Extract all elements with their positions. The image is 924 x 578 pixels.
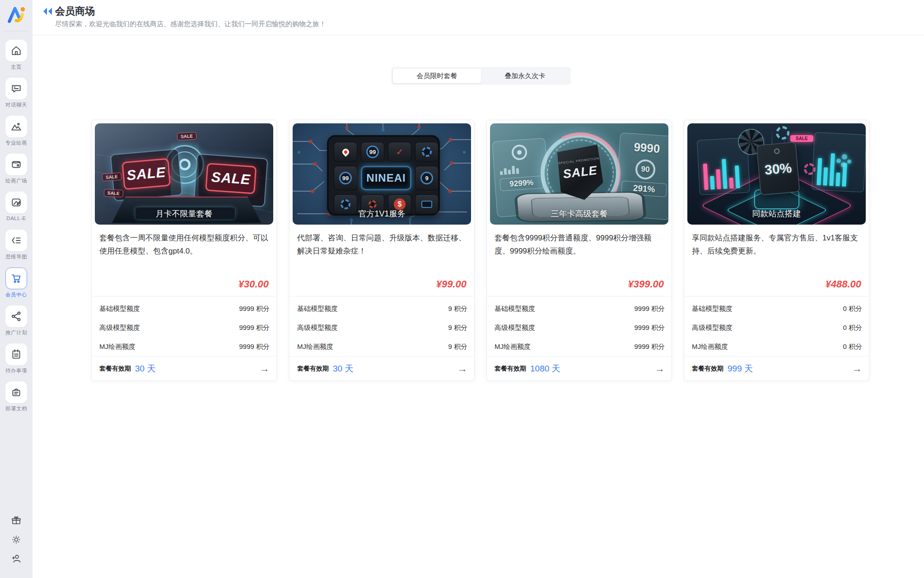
- sidebar-item-label: 会员中心: [0, 291, 33, 298]
- plan-quota-list: 基础模型额度9999 积分 高级模型额度9999 积分 MJ绘画额度9999 积…: [99, 299, 270, 356]
- quota-row: 高级模型额度9999 积分: [495, 318, 665, 337]
- sale-tag: SALE: [102, 173, 121, 182]
- sidebar-item-label: 对话聊天: [0, 102, 33, 108]
- divider: [289, 296, 474, 296]
- plan-card-image: 99 ✓ 99 NINEAI 9 $ 官方1V1服务: [293, 123, 471, 225]
- quota-value: 9 积分: [448, 343, 467, 351]
- quota-row: 基础模型额度9 积分: [297, 299, 467, 318]
- quota-row: MJ绘画额度9999 积分: [495, 337, 665, 356]
- quota-row: 基础模型额度9999 积分: [99, 299, 270, 318]
- gear-icon: [804, 163, 816, 175]
- quota-row: MJ绘画额度9 积分: [297, 337, 467, 356]
- plan-price: ¥30.00: [238, 278, 269, 290]
- quota-row: 基础模型额度9999 积分: [495, 299, 665, 318]
- quota-label: 高级模型额度: [99, 324, 140, 332]
- validity-value: 1080 天: [530, 363, 560, 375]
- validity-label: 套餐有效期: [692, 365, 723, 373]
- gear-icon: [369, 200, 377, 208]
- tab-limited-plans[interactable]: 会员限时套餐: [393, 69, 481, 83]
- plan-price: ¥399.00: [628, 278, 664, 290]
- plan-card-image: SALE 30% 同款站点搭建: [687, 123, 866, 225]
- tab-permanent-cards[interactable]: 叠加永久次卡: [481, 69, 569, 83]
- plan-description: 套餐包含9999积分普通额度、9999积分增强额度、9999积分绘画额度。: [495, 232, 665, 258]
- quota-value: 0 积分: [843, 324, 862, 332]
- quota-label: MJ绘画额度: [692, 343, 728, 351]
- plan-footer: 套餐有效期 999 天 →: [692, 357, 862, 381]
- quota-value: 9999 积分: [634, 324, 665, 332]
- buy-arrow-icon[interactable]: →: [852, 364, 862, 374]
- gift-icon[interactable]: [11, 515, 22, 526]
- deploy-doc-icon: [10, 386, 22, 398]
- divider: [487, 296, 672, 296]
- sale-chip: SALE: [790, 135, 813, 142]
- plan-quota-list: 基础模型额度0 积分 高级模型额度0 积分 MJ绘画额度0 积分: [692, 299, 862, 356]
- sidebar-item-dalle[interactable]: DALL-E: [0, 192, 33, 221]
- plan-card-monthly-unlimited[interactable]: SALE SALE SALE SALE SALE 月卡不限量套餐 套餐包含一周不…: [91, 120, 277, 381]
- plan-card-site-build[interactable]: SALE 30% 同款站点搭建 享同款站点搭建服务、专属官方售后、1v1客服支持…: [684, 120, 869, 381]
- discount-tag: 30%: [756, 141, 800, 195]
- sidebar-item-label: 专业绘画: [0, 140, 33, 146]
- buy-arrow-icon[interactable]: →: [655, 364, 665, 374]
- validity-label: 套餐有效期: [297, 365, 329, 373]
- sale-sign: SALE: [121, 158, 171, 190]
- plan-card-three-year[interactable]: 9299% 9990 90 291% SPECIAL PROMOTION SAL…: [486, 120, 672, 381]
- quota-row: 高级模型额度9999 积分: [99, 318, 270, 337]
- quota-label: 基础模型额度: [99, 305, 140, 313]
- gear-icon: [341, 199, 350, 209]
- quota-label: 基础模型额度: [297, 305, 338, 313]
- badge-sale-text: SALE: [562, 163, 598, 181]
- pin-icon: [341, 147, 350, 156]
- quota-value: 9999 积分: [634, 305, 665, 313]
- sidebar-item-pro-drawing[interactable]: 专业绘画: [0, 116, 33, 146]
- sidebar-item-label: 待办事项: [0, 367, 33, 374]
- plan-price: ¥488.00: [825, 278, 861, 290]
- quota-value: 0 积分: [843, 343, 862, 351]
- quota-value: 9 积分: [448, 324, 467, 332]
- theme-icon[interactable]: [11, 534, 22, 545]
- divider: [92, 296, 276, 296]
- plan-quota-list: 基础模型额度9999 积分 高级模型额度9999 积分 MJ绘画额度9999 积…: [495, 299, 665, 356]
- page-header: 会员商场 尽情探索，欢迎光临我们的在线商店、感谢您选择我们、让我们一同开启愉悦的…: [33, 0, 924, 35]
- plan-card-official-1v1[interactable]: 99 ✓ 99 NINEAI 9 $ 官方1V1服务 代部署、咨询、日常问题、升…: [289, 120, 475, 381]
- chat-icon: [10, 83, 22, 94]
- quota-value: 9 积分: [448, 305, 467, 313]
- gear-icon: [776, 126, 789, 140]
- quota-label: 基础模型额度: [692, 305, 733, 313]
- validity-label: 套餐有效期: [99, 365, 131, 373]
- quota-row: 高级模型额度0 积分: [692, 318, 862, 337]
- plan-card-image: SALE SALE SALE SALE SALE 月卡不限量套餐: [95, 123, 273, 225]
- sidebar-item-member-center[interactable]: 会员中心: [0, 268, 33, 298]
- sidebar-item-label: 部署文档: [0, 405, 33, 412]
- divider: [684, 296, 869, 296]
- sidebar-item-chat[interactable]: 对话聊天: [0, 78, 33, 108]
- app-logo[interactable]: [6, 4, 27, 25]
- sidebar-item-todo[interactable]: 待办事项: [0, 343, 33, 374]
- quota-value: 9999 积分: [634, 343, 665, 351]
- sidebar-item-home[interactable]: 主页: [0, 40, 33, 70]
- plan-description: 代部署、咨询、日常问题、升级版本、数据迁移、解决日常疑难杂症！: [297, 232, 467, 258]
- sidebar-item-promotion[interactable]: 推广计划: [0, 305, 33, 336]
- key-99: 99: [339, 172, 352, 184]
- buy-arrow-icon[interactable]: →: [457, 364, 467, 374]
- sidebar-item-drawing-plaza[interactable]: 绘画广场: [0, 154, 33, 184]
- collapse-sidebar-icon[interactable]: [42, 7, 53, 16]
- sidebar-item-deploy-docs[interactable]: 部署文档: [0, 381, 33, 412]
- discount-value: 30%: [764, 160, 793, 178]
- brand-plate: NINEAI: [361, 166, 411, 190]
- plan-description: 享同款站点搭建服务、专属官方售后、1v1客服支持、后续免费更新。: [692, 232, 862, 258]
- image-edit-icon: [10, 197, 22, 208]
- plan-type-tabs: 会员限时套餐 叠加永久次卡: [392, 67, 570, 85]
- validity-value: 30 天: [333, 363, 353, 375]
- sidebar-item-mindmap[interactable]: 思维导图: [0, 230, 33, 260]
- quota-label: MJ绘画额度: [297, 343, 333, 351]
- chip-icon: [421, 201, 432, 208]
- hud-gauge: 90: [635, 159, 656, 180]
- buy-arrow-icon[interactable]: →: [260, 364, 270, 374]
- sidebar-item-label: 主页: [0, 64, 33, 70]
- plan-image-title: 三年卡高级套餐: [490, 208, 668, 219]
- quota-value: 9999 积分: [239, 305, 270, 313]
- user-add-icon[interactable]: [11, 553, 22, 564]
- quota-row: MJ绘画额度9999 积分: [99, 337, 270, 356]
- validity-value: 30 天: [135, 363, 155, 375]
- hud-number: 9299%: [499, 176, 544, 192]
